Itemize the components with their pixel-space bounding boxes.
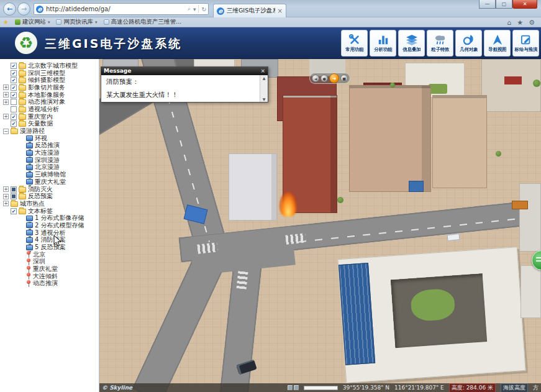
map-3d-viewport[interactable]: Message × 消防预案： 某大厦发生重大火情！！ ▲ ▼ ◄ ● ➜ ■ … [99,59,541,392]
tree-expander[interactable]: + [3,84,9,90]
tree-checkbox[interactable] [11,99,17,105]
tree-item[interactable]: 动态推演 [0,280,99,288]
building-courtyard-complex [337,247,525,383]
tree-checkbox[interactable]: ✔ [11,121,17,127]
toolbar-button-info-overlay[interactable]: 信息叠加 [398,30,425,57]
monitor-icon [26,222,33,228]
playback-prev-button[interactable]: ◄ [312,75,319,82]
app-header: ♻ 三维GIS电子沙盘系统 常用功能 分析功能 [0,27,541,59]
toolbar-button-label: 粒子特效 [431,46,449,52]
tree-checkbox[interactable]: ✔ [11,84,17,91]
pin-icon [26,258,31,265]
scroll-down-icon[interactable]: ▼ [260,97,268,101]
tree-checkbox[interactable]: ✔ [11,208,17,214]
tree-item[interactable]: ✔矢量数据 [0,121,99,128]
favorite-label: 建议网站 [22,18,46,26]
building-white-small [521,265,541,318]
toolbar-button-label: 信息叠加 [402,46,421,52]
tree-item[interactable]: 北京 [0,251,99,258]
longitude-readout: 116°21'19.807" E [394,385,444,391]
folder-icon [19,209,26,214]
tab-favicon-icon: e [217,7,224,15]
favorites-star-icon[interactable]: ★ [3,19,9,25]
tree-checkbox[interactable] [11,186,17,193]
browser-back-button[interactable]: ← [3,2,16,16]
tree-expander-spacer [19,157,24,163]
tree-expander[interactable]: + [3,201,9,206]
tree-expander[interactable]: + [3,114,9,119]
pin-icon [26,251,31,258]
building-apartment-left [349,85,431,192]
home-icon[interactable]: ⌂ [507,19,511,27]
folder-icon [11,201,18,207]
tree-checkbox[interactable]: ✔ [11,70,17,76]
tree-item[interactable]: +反恐预案 [0,193,99,200]
tree-expander-spacer [19,237,24,243]
crosswalk-south [237,271,248,289]
favorite-item-web-slices[interactable]: 网页快讯库 ▾ [56,18,97,26]
tree-expander[interactable]: + [3,92,9,98]
url-text[interactable]: http://atidedemo/ga/ [46,6,185,12]
browser-titlebar: ← → e http://atidedemo/ga/ ⌕ ▾ ↻ e 三维GIS… [0,0,541,17]
tree-item[interactable]: 5 反恐预案 [0,244,99,251]
browser-right-icons: ⌂ ★ ⚙ [507,17,535,27]
folder-icon [11,129,18,134]
toolbar-button-particle-effects[interactable]: 粒子特效 [427,30,453,57]
message-titlebar[interactable]: Message × [101,67,268,75]
altitude-mode-selector[interactable]: 海拔高度 [501,383,528,392]
refresh-icon[interactable]: ↻ [201,6,206,12]
tree-expander-spacer [19,216,24,221]
message-popup[interactable]: Message × 消防预案： 某大厦发生重大火情！！ ▲ ▼ [101,66,268,103]
tree-checkbox[interactable]: ✔ [11,77,17,83]
folder-icon [19,93,26,98]
tree-expander-spacer [19,150,24,156]
playback-stop-button[interactable]: ■ [340,75,348,82]
chevron-down-icon[interactable]: ▾ [193,6,196,12]
tree-expander-spacer [19,273,24,279]
search-icon[interactable]: ⌕ [188,6,191,12]
browser-tab[interactable]: e 三维GIS电子沙盘系统 × [213,4,286,17]
altitude-readout: 高度: 284.06 米 [449,383,496,392]
tree-expander[interactable]: + [3,194,9,199]
toolbar-button-navigation-view[interactable]: 导航视图 [484,30,511,57]
tab-close-icon[interactable]: × [278,7,283,14]
tree-checkbox[interactable] [11,106,17,112]
scroll-up-icon[interactable]: ▲ [260,76,268,80]
maximize-button[interactable]: ▢ [496,0,512,9]
building-tan-block [481,59,541,112]
tree-expander[interactable]: − [3,129,9,134]
message-line: 某大厦发生重大火情！！ [106,91,255,99]
tree-checkbox[interactable]: ✔ [11,114,17,120]
close-button[interactable]: ✕ [512,0,537,9]
close-icon[interactable]: × [260,68,265,75]
tree-expander[interactable]: + [3,186,9,192]
toolbar-button-analysis-functions[interactable]: 分析功能 [370,30,396,57]
pin-icon [26,280,31,287]
monitor-icon [26,216,33,221]
fire-effect [280,192,297,217]
playback-pause-button[interactable]: ● [321,75,328,82]
toolbar-button-plot-deduction[interactable]: 标绘与推演 [512,30,539,57]
playback-play-button[interactable]: ➜ [329,73,339,83]
favorite-item-highway-assets[interactable]: 高速公路机电资产三维管... [104,18,182,26]
status-readouts: 39°55'19.358" N 116°21'19.807" E 高度: 284… [288,383,539,392]
tour-playback-control[interactable]: ◄ ● ➜ ■ [309,73,350,84]
folder-icon [19,99,26,105]
address-bar[interactable]: e http://atidedemo/ga/ ⌕ ▾ ↻ [34,3,209,15]
tree-expander[interactable]: + [3,99,9,105]
tree-checkbox[interactable]: ✔ [11,63,17,69]
favorite-item-suggested-sites[interactable]: 建议网站 ▾ [15,18,50,26]
browser-forward-button[interactable]: → [17,2,30,16]
folder-icon [19,187,26,193]
favorites-icon[interactable]: ★ [517,19,523,27]
monitor-icon [26,150,33,156]
tree-item[interactable]: −漫游路径 [0,127,99,135]
toolbar-button-geometry-objects[interactable]: 几何对象 [455,30,482,57]
toolbar-button-label: 标绘与推演 [514,46,537,52]
message-scrollbar[interactable]: ▲ ▼ [260,75,268,102]
gear-icon[interactable]: ⚙ [529,19,535,27]
toolbar-button-common-functions[interactable]: 常用功能 [341,30,368,57]
minimize-button[interactable]: — [479,0,496,9]
tree-checkbox[interactable] [11,193,17,199]
tree-checkbox[interactable]: ✔ [11,92,17,98]
